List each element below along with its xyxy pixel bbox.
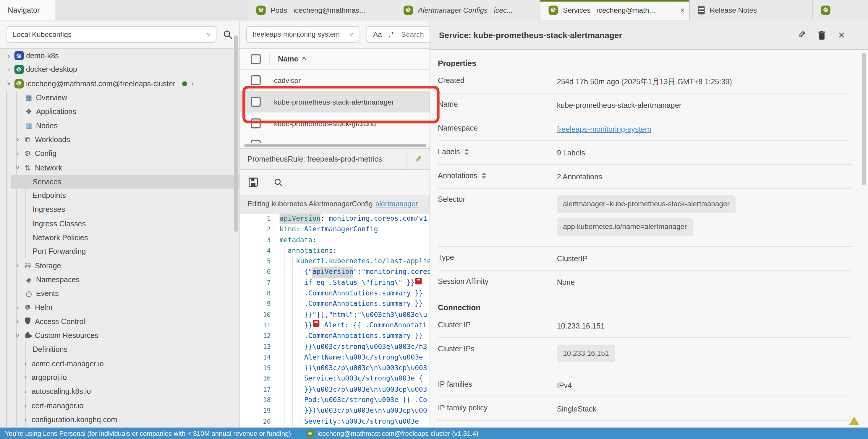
sidebar-item-cert-manager-io[interactable]: ›cert-manager.io xyxy=(0,399,239,412)
save-icon[interactable] xyxy=(249,177,258,187)
document-tabs: ☸Pods - icecheng@mathmas...☸Alertmanager… xyxy=(248,0,868,20)
code-token: kind xyxy=(280,224,296,235)
regex-toggle[interactable]: .* xyxy=(389,30,394,38)
code-token: }} xyxy=(304,320,312,331)
chevron-down-icon[interactable]: ˅ xyxy=(13,164,22,171)
chevron-right-icon[interactable]: › xyxy=(13,150,22,158)
sidebar-item-autoscaling-k8s-io[interactable]: ›autoscaling.k8s.io xyxy=(0,385,239,399)
chevron-right-icon[interactable]: › xyxy=(13,262,22,269)
sidebar-item-namespaces[interactable]: ◈Namespaces xyxy=(0,273,239,286)
delete-icon[interactable] xyxy=(818,30,826,40)
row-checkbox[interactable] xyxy=(251,97,261,107)
navigator-panel-tab[interactable]: Navigator xyxy=(0,0,55,20)
sidebar-scrollbar[interactable] xyxy=(234,35,238,232)
sidebar-item-ingresses[interactable]: Ingresses xyxy=(0,203,239,216)
sidebar-item-storage[interactable]: ›⛁Storage xyxy=(0,259,239,272)
tab-overflow[interactable]: ☸ xyxy=(813,0,868,20)
sidebar-item-overview[interactable]: ▦Overview xyxy=(0,91,239,105)
chevron-right-icon[interactable]: › xyxy=(4,52,13,59)
name-column-header[interactable]: Name xyxy=(278,55,298,63)
chevron-right-icon[interactable]: › xyxy=(13,304,22,311)
detail-label: Session Affinity xyxy=(438,276,557,285)
close-icon[interactable]: × xyxy=(838,28,845,41)
detail-value: 10.233.16.151 xyxy=(557,344,851,368)
expand-toggle-icon[interactable] xyxy=(482,172,486,179)
row-checkbox[interactable] xyxy=(251,75,261,86)
table-row-kube-prometheus-stack-grafana[interactable]: kube-prometheus-stack-grafana xyxy=(240,113,430,134)
chevron-right-icon[interactable]: › xyxy=(191,80,193,88)
editor-dock-title[interactable]: PrometheusRule: freepeals-prod-metrics xyxy=(247,155,382,163)
search-icon[interactable] xyxy=(223,30,233,39)
sidebar-item-demo-k8s[interactable]: ›☸demo-k8s xyxy=(0,49,239,63)
sidebar-item-services[interactable]: Services xyxy=(0,175,239,189)
sidebar-item-custom-resources[interactable]: ˅Custom Resources xyxy=(0,329,239,342)
chevron-right-icon[interactable]: › xyxy=(21,402,30,409)
editor-line-17: 17 }}\u003c/p\u003e\n\u003cp\u003 xyxy=(240,384,430,395)
edit-icon[interactable]: ✎ xyxy=(798,29,806,40)
horizontal-scrollbar-thumb[interactable] xyxy=(244,144,426,147)
sidebar-item-acme-cert-manager-io[interactable]: ›acme.cert-manager.io xyxy=(0,357,239,370)
chevron-right-icon[interactable]: › xyxy=(13,136,22,143)
close-icon[interactable]: × xyxy=(676,6,685,14)
chevron-right-icon[interactable]: › xyxy=(21,416,30,423)
yaml-editor[interactable]: 1apiVersion: monitoring.coreos.com/v12ki… xyxy=(240,213,430,428)
sidebar-item-workloads[interactable]: ›⧉Workloads xyxy=(0,133,239,146)
editor-line-15: 15 }}\u003c/p\u003e\n\u003cp\u003 xyxy=(240,363,430,374)
sidebar-item-helm[interactable]: ›☸Helm xyxy=(0,300,239,314)
code-token: }}\u003c/p\u003e\n\u003cp\u003 xyxy=(304,363,427,374)
sidebar-item-nodes[interactable]: ▥Nodes xyxy=(0,119,239,133)
sidebar-item-argoproj-io[interactable]: ›argoproj.io xyxy=(0,370,239,384)
sidebar-item-icecheng-mathmast-com-freeleaps-cluster[interactable]: ˅☸icecheng@mathmast.com@freeleaps-cluste… xyxy=(0,77,239,91)
find-icon[interactable] xyxy=(274,178,283,187)
chevron-right-icon[interactable]: › xyxy=(4,66,13,74)
tab-pods[interactable]: ☸Pods - icecheng@mathmas... xyxy=(248,0,395,20)
tab-services[interactable]: ☸Services - icecheng@math...× xyxy=(540,0,690,20)
chevron-down-icon[interactable]: ˅ xyxy=(13,332,22,339)
match-case-toggle[interactable]: Aa xyxy=(373,30,382,38)
namespace-link[interactable]: freeleaps-monitoring-system xyxy=(557,125,651,133)
sidebar-item-endpoints[interactable]: Endpoints xyxy=(0,189,239,202)
sidebar-item-configuration-konghq-com[interactable]: ›configuration.konghq.com xyxy=(0,412,239,426)
sidebar-item-network[interactable]: ˅⇅Network xyxy=(0,161,239,175)
sidebar-item-label: icecheng@mathmast.com@freeleaps-cluster xyxy=(26,79,175,88)
select-all-checkbox[interactable] xyxy=(251,54,261,64)
chevron-right-icon[interactable]: › xyxy=(21,387,30,395)
chevron-right-icon[interactable]: › xyxy=(21,360,30,367)
sidebar-item-config[interactable]: ›⚙Config xyxy=(0,146,239,160)
kubernetes-icon: ☸ xyxy=(256,5,266,15)
expand-toggle-icon[interactable] xyxy=(464,149,469,155)
table-row-kube-prometheus-stack-kube-state-metrics[interactable]: kube-prometheus-stack-kube-state-metrics xyxy=(240,134,430,143)
table-row-cadvisor[interactable]: cadvisor xyxy=(240,70,430,91)
line-number: 2 xyxy=(240,224,280,235)
chevron-down-icon[interactable]: ˅ xyxy=(4,80,13,88)
active-cluster-status[interactable]: icecheng@mathmast.com@freeleaps-cluster … xyxy=(317,430,478,437)
tab-release-notes[interactable]: Release Notes xyxy=(690,0,813,20)
editor-line-18: 18 Pod:\u003c/strong\u003e {{ .Co xyxy=(240,395,430,406)
detail-row-name: Namekube-prometheus-stack-alertmanager xyxy=(438,93,851,117)
sidebar-item-ingress-classes[interactable]: Ingress Classes xyxy=(0,216,239,230)
namespace-select[interactable]: freeleaps-monitoring-system ˅ xyxy=(246,26,359,42)
sidebar-item-network-policies[interactable]: Network Policies xyxy=(0,231,239,245)
search-input[interactable]: Aa .* Search xyxy=(366,26,430,42)
chevron-right-icon[interactable]: › xyxy=(13,317,22,325)
row-checkbox[interactable] xyxy=(251,119,261,129)
row-checkbox[interactable] xyxy=(251,140,261,143)
table-row-kube-prometheus-stack-alertmanager[interactable]: kube-prometheus-stack-alertmanager xyxy=(240,91,430,113)
editor-line-7: 7 if eq .Status \"firing\" }} xyxy=(240,278,430,288)
drawer-scrollbar[interactable] xyxy=(862,53,866,185)
sidebar-item-definitions[interactable]: Definitions xyxy=(0,342,239,356)
service-detail-drawer: Service: kube-prometheus-stack-alertmana… xyxy=(430,21,868,428)
code-token: .CommonAnnotations.summary }} xyxy=(304,299,423,310)
sort-asc-icon[interactable]: ^ xyxy=(302,55,306,63)
sidebar-item-access-control[interactable]: ›Access Control xyxy=(0,315,239,329)
editor-line-13: 13 }}\u003c/strong\u003e\u003c/h3 xyxy=(240,341,430,352)
edit-icon[interactable]: ✎ xyxy=(407,154,430,164)
tab-alertmanager-configs[interactable]: ☸Alertmanager Configs - icec... xyxy=(395,0,540,20)
sidebar-item-docker-desktop[interactable]: ›☸docker-desktop xyxy=(0,63,239,76)
editing-resource-link[interactable]: alertmanager xyxy=(375,200,418,208)
sidebar-item-events[interactable]: ◷Events xyxy=(0,286,239,300)
sidebar-item-port-forwarding[interactable]: Port Forwarding xyxy=(0,245,239,259)
sidebar-item-applications[interactable]: ❖Applications xyxy=(0,105,239,119)
chevron-right-icon[interactable]: › xyxy=(21,374,30,381)
kubeconfig-select[interactable]: Local Kubeconfigs ˅ xyxy=(6,26,216,42)
